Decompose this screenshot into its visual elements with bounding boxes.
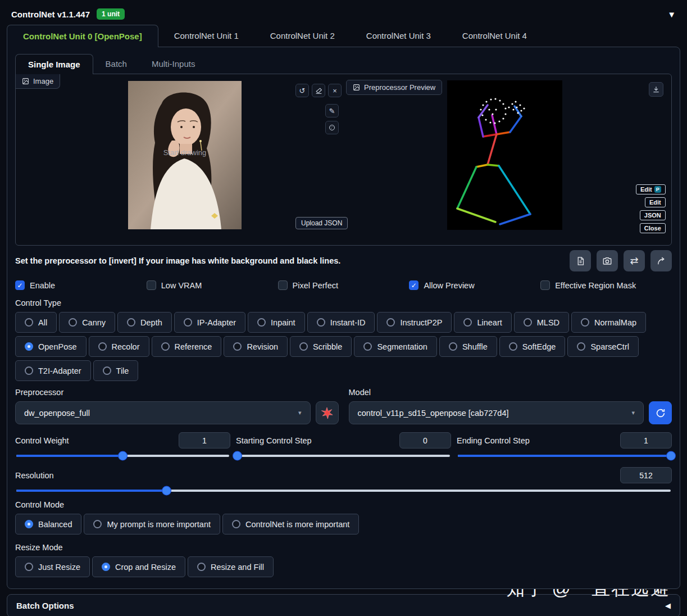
control-weight-input[interactable] <box>179 432 230 449</box>
radio-selected-icon <box>25 342 33 351</box>
control-type-canny[interactable]: Canny <box>59 312 115 333</box>
checkbox-pixel-perfect[interactable]: Pixel Perfect <box>278 280 410 290</box>
eraser-icon[interactable] <box>312 84 325 97</box>
slider-handle[interactable] <box>162 487 171 495</box>
unchecked-checkbox-icon[interactable] <box>147 280 156 290</box>
batch-options-accordion[interactable]: Batch Options ◀ <box>7 594 680 616</box>
tab-batch[interactable]: Batch <box>93 54 139 74</box>
control-type-shuffle[interactable]: Shuffle <box>439 336 497 357</box>
collapse-arrow-icon[interactable]: ▼ <box>667 10 676 19</box>
chip-label: OpenPose <box>38 342 77 351</box>
run-preprocessor-button[interactable] <box>316 401 339 424</box>
close-button[interactable]: Close <box>640 223 666 233</box>
resize-mode-crop-and-resize[interactable]: Crop and Resize <box>92 556 185 577</box>
close-label: Close <box>644 225 661 232</box>
control-type-segmentation[interactable]: Segmentation <box>354 336 436 357</box>
step-sliders: Control Weight Starting Control Step End… <box>15 432 672 461</box>
unchecked-checkbox-icon[interactable] <box>278 280 288 290</box>
ending-step-input[interactable] <box>620 432 672 449</box>
slider-handle[interactable] <box>667 452 675 460</box>
checkbox-enable[interactable]: ✓Enable <box>15 280 147 290</box>
control-type-ip-adapter[interactable]: IP-Adapter <box>174 312 245 333</box>
control-type-normalmap[interactable]: NormalMap <box>571 312 646 333</box>
control-type-scribble[interactable]: Scribble <box>290 336 352 357</box>
checkbox-effective-region-mask[interactable]: Effective Region Mask <box>540 280 672 290</box>
swap-dimensions-icon[interactable]: ⇄ <box>624 250 645 271</box>
tab-controlnet-unit-3[interactable]: ControlNet Unit 3 <box>351 25 447 47</box>
checkbox-low-vram[interactable]: Low VRAM <box>147 280 278 290</box>
ending-step-label: Ending Control Step <box>457 436 530 445</box>
model-select[interactable]: control_v11p_sd15_openpose [cab727d4] ▾ <box>349 401 644 424</box>
tab-controlnet-unit-1[interactable]: ControlNet Unit 1 <box>158 25 254 47</box>
starting-step-input[interactable] <box>399 432 451 449</box>
refresh-models-button[interactable] <box>649 401 672 424</box>
control-type-lineart[interactable]: Lineart <box>454 312 511 333</box>
checked-checkbox-icon[interactable]: ✓ <box>15 280 25 290</box>
control-mode-my-prompt-is-more-important[interactable]: My prompt is more important <box>84 514 220 535</box>
control-type-openpose[interactable]: OpenPose <box>15 336 87 357</box>
notepad-icon[interactable] <box>570 250 591 271</box>
checked-checkbox-icon[interactable]: ✓ <box>409 280 418 290</box>
control-type-sparsectrl[interactable]: SparseCtrl <box>567 336 639 357</box>
radio-icon <box>257 318 266 327</box>
resolution-slider[interactable] <box>16 490 671 492</box>
clear-image-icon[interactable]: × <box>328 84 342 97</box>
palette-icon[interactable] <box>325 121 339 134</box>
control-type-softedge[interactable]: SoftEdge <box>499 336 566 357</box>
resize-mode-resize-and-fill[interactable]: Resize and Fill <box>188 556 274 577</box>
control-type-instructp2p[interactable]: InstructP2P <box>377 312 452 333</box>
brush-icon[interactable]: ✎ <box>325 104 339 117</box>
resolution-input[interactable] <box>620 467 672 483</box>
resize-mode-just-resize[interactable]: Just Resize <box>15 556 90 577</box>
chip-label: Scribble <box>313 342 342 351</box>
preprocessor-select[interactable]: dw_openpose_full ▾ <box>15 401 311 424</box>
control-type-instant-id[interactable]: Instant-ID <box>307 312 375 333</box>
slider-handle[interactable] <box>119 452 127 460</box>
tab-controlnet-unit-0-openpose[interactable]: ControlNet Unit 0 [OpenPose] <box>7 25 158 47</box>
undo-icon[interactable]: ↺ <box>295 84 309 97</box>
control-type-reference[interactable]: Reference <box>152 336 222 357</box>
slider-handle[interactable] <box>233 452 242 460</box>
json-button[interactable]: JSON <box>640 210 666 220</box>
starting-step-slider[interactable] <box>237 455 450 457</box>
control-type-recolor[interactable]: Recolor <box>89 336 149 357</box>
control-type-all[interactable]: All <box>15 312 57 333</box>
tab-controlnet-unit-2[interactable]: ControlNet Unit 2 <box>254 25 351 47</box>
source-image[interactable] <box>128 81 242 229</box>
control-type-revision[interactable]: Revision <box>224 336 288 357</box>
control-type-depth[interactable]: Depth <box>117 312 172 333</box>
edit-photopea-button[interactable]: Edit P <box>636 184 666 194</box>
checkbox-allow-preview[interactable]: ✓Allow Preview <box>409 280 540 290</box>
unchecked-checkbox-icon[interactable] <box>540 280 550 290</box>
upload-json-button[interactable]: Upload JSON <box>295 217 348 229</box>
tab-multi-inputs[interactable]: Multi-Inputs <box>139 54 208 74</box>
control-type-t2i-adapter[interactable]: T2I-Adapter <box>15 360 91 381</box>
radio-icon <box>463 318 472 327</box>
control-mode-controlnet-is-more-important[interactable]: ControlNet is more important <box>222 514 359 535</box>
tab-single-image[interactable]: Single Image <box>15 54 93 74</box>
control-type-label: Control Type <box>15 298 672 307</box>
extension-title: ControlNet v1.1.447 <box>11 10 90 19</box>
radio-icon <box>449 342 457 351</box>
chip-label: All <box>38 318 47 327</box>
openpose-preview-image[interactable] <box>447 80 562 230</box>
control-weight-slider[interactable] <box>16 455 229 457</box>
radio-icon <box>509 342 517 351</box>
tab-controlnet-unit-4[interactable]: ControlNet Unit 4 <box>447 25 543 47</box>
control-mode-balanced[interactable]: Balanced <box>15 514 81 535</box>
edit-label: Edit <box>649 199 661 206</box>
edit-button[interactable]: Edit <box>645 197 666 207</box>
chip-label: Shuffle <box>462 342 488 351</box>
radio-icon <box>299 342 308 351</box>
control-type-mlsd[interactable]: MLSD <box>514 312 569 333</box>
chip-label: Recolor <box>112 342 140 351</box>
control-type-inpaint[interactable]: Inpaint <box>248 312 305 333</box>
ending-step-slider[interactable] <box>458 455 671 457</box>
download-icon[interactable] <box>649 82 663 97</box>
control-type-tile[interactable]: Tile <box>93 360 139 381</box>
chip-label: Canny <box>82 318 106 327</box>
camera-icon[interactable] <box>597 250 618 271</box>
dropdown-row: Preprocessor dw_openpose_full ▾ Model co… <box>15 388 672 424</box>
resize-mode-row: Just ResizeCrop and ResizeResize and Fil… <box>15 556 672 577</box>
send-arrow-icon[interactable] <box>650 250 672 271</box>
